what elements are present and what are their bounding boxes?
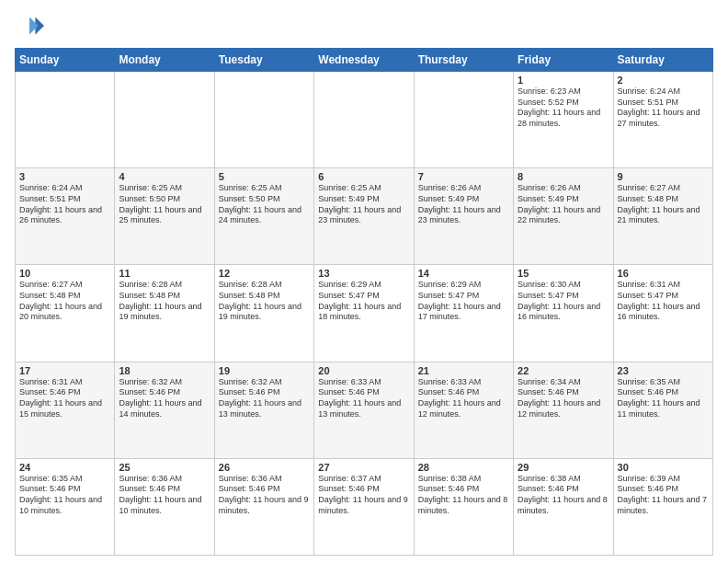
day-info: Sunrise: 6:29 AM Sunset: 5:47 PM Dayligh…: [318, 280, 409, 323]
calendar-header-row: SundayMondayTuesdayWednesdayThursdayFrid…: [16, 49, 713, 72]
calendar-header-tuesday: Tuesday: [214, 49, 313, 72]
calendar-cell: 5Sunrise: 6:25 AM Sunset: 5:50 PM Daylig…: [214, 168, 313, 265]
day-number: 16: [618, 268, 709, 279]
calendar-week-row: 10Sunrise: 6:27 AM Sunset: 5:48 PM Dayli…: [16, 265, 713, 362]
calendar-week-row: 24Sunrise: 6:35 AM Sunset: 5:46 PM Dayli…: [16, 458, 713, 555]
day-info: Sunrise: 6:35 AM Sunset: 5:46 PM Dayligh…: [19, 474, 110, 517]
day-info: Sunrise: 6:26 AM Sunset: 5:49 PM Dayligh…: [418, 183, 509, 226]
calendar-cell: [314, 72, 414, 168]
calendar-header-wednesday: Wednesday: [314, 49, 414, 72]
day-info: Sunrise: 6:33 AM Sunset: 5:46 PM Dayligh…: [418, 377, 509, 420]
day-number: 18: [119, 365, 210, 376]
day-number: 27: [318, 462, 409, 473]
calendar-cell: 27Sunrise: 6:37 AM Sunset: 5:46 PM Dayli…: [314, 458, 414, 555]
day-info: Sunrise: 6:24 AM Sunset: 5:51 PM Dayligh…: [19, 183, 110, 226]
day-number: 12: [219, 268, 310, 279]
calendar-cell: 18Sunrise: 6:32 AM Sunset: 5:46 PM Dayli…: [115, 362, 214, 458]
day-info: Sunrise: 6:24 AM Sunset: 5:51 PM Dayligh…: [618, 86, 709, 130]
calendar-cell: [115, 72, 214, 168]
day-number: 8: [518, 171, 609, 182]
day-number: 28: [418, 462, 509, 473]
calendar-cell: [214, 72, 313, 168]
calendar-cell: 10Sunrise: 6:27 AM Sunset: 5:48 PM Dayli…: [16, 265, 115, 362]
day-number: 24: [19, 462, 110, 473]
day-info: Sunrise: 6:32 AM Sunset: 5:46 PM Dayligh…: [119, 377, 210, 420]
logo-icon: [15, 11, 44, 40]
day-number: 14: [418, 268, 509, 279]
day-info: Sunrise: 6:39 AM Sunset: 5:46 PM Dayligh…: [618, 474, 709, 517]
calendar-cell: 14Sunrise: 6:29 AM Sunset: 5:47 PM Dayli…: [414, 265, 513, 362]
calendar-header-sunday: Sunday: [16, 49, 115, 72]
calendar-cell: 11Sunrise: 6:28 AM Sunset: 5:48 PM Dayli…: [115, 265, 214, 362]
day-number: 20: [318, 365, 409, 376]
day-number: 1: [518, 75, 609, 86]
calendar-cell: 2Sunrise: 6:24 AM Sunset: 5:51 PM Daylig…: [613, 72, 712, 168]
calendar-cell: 13Sunrise: 6:29 AM Sunset: 5:47 PM Dayli…: [314, 265, 414, 362]
day-number: 23: [618, 365, 709, 376]
calendar-cell: 21Sunrise: 6:33 AM Sunset: 5:46 PM Dayli…: [414, 362, 513, 458]
calendar-cell: 15Sunrise: 6:30 AM Sunset: 5:47 PM Dayli…: [514, 265, 613, 362]
calendar-cell: 4Sunrise: 6:25 AM Sunset: 5:50 PM Daylig…: [115, 168, 214, 265]
day-info: Sunrise: 6:26 AM Sunset: 5:49 PM Dayligh…: [518, 183, 609, 226]
calendar-cell: 17Sunrise: 6:31 AM Sunset: 5:46 PM Dayli…: [16, 362, 115, 458]
day-info: Sunrise: 6:33 AM Sunset: 5:46 PM Dayligh…: [318, 377, 409, 420]
day-info: Sunrise: 6:32 AM Sunset: 5:46 PM Dayligh…: [219, 377, 310, 420]
day-number: 4: [119, 171, 210, 182]
calendar-header-monday: Monday: [115, 49, 214, 72]
day-info: Sunrise: 6:25 AM Sunset: 5:49 PM Dayligh…: [318, 183, 409, 226]
day-number: 26: [219, 462, 310, 473]
calendar-cell: 7Sunrise: 6:26 AM Sunset: 5:49 PM Daylig…: [414, 168, 513, 265]
day-info: Sunrise: 6:31 AM Sunset: 5:46 PM Dayligh…: [19, 377, 110, 420]
day-info: Sunrise: 6:34 AM Sunset: 5:46 PM Dayligh…: [518, 377, 609, 420]
day-number: 29: [518, 462, 609, 473]
day-info: Sunrise: 6:31 AM Sunset: 5:47 PM Dayligh…: [618, 280, 709, 323]
calendar-cell: 1Sunrise: 6:23 AM Sunset: 5:52 PM Daylig…: [514, 72, 613, 168]
calendar-header-friday: Friday: [514, 49, 613, 72]
day-info: Sunrise: 6:27 AM Sunset: 5:48 PM Dayligh…: [19, 280, 110, 323]
day-number: 30: [618, 462, 709, 473]
day-info: Sunrise: 6:28 AM Sunset: 5:48 PM Dayligh…: [119, 280, 210, 323]
day-number: 5: [219, 171, 310, 182]
calendar-cell: [16, 72, 115, 168]
day-info: Sunrise: 6:38 AM Sunset: 5:46 PM Dayligh…: [418, 474, 509, 517]
calendar-cell: [414, 72, 513, 168]
day-number: 19: [219, 365, 310, 376]
calendar-cell: 29Sunrise: 6:38 AM Sunset: 5:46 PM Dayli…: [514, 458, 613, 555]
day-number: 3: [19, 171, 110, 182]
day-number: 22: [518, 365, 609, 376]
day-number: 2: [618, 75, 709, 86]
day-number: 10: [19, 268, 110, 279]
day-info: Sunrise: 6:29 AM Sunset: 5:47 PM Dayligh…: [418, 280, 509, 323]
day-number: 6: [318, 171, 409, 182]
calendar-week-row: 17Sunrise: 6:31 AM Sunset: 5:46 PM Dayli…: [16, 362, 713, 458]
day-info: Sunrise: 6:28 AM Sunset: 5:48 PM Dayligh…: [219, 280, 310, 323]
page: SundayMondayTuesdayWednesdayThursdayFrid…: [0, 0, 728, 563]
calendar-week-row: 3Sunrise: 6:24 AM Sunset: 5:51 PM Daylig…: [16, 168, 713, 265]
calendar-table: SundayMondayTuesdayWednesdayThursdayFrid…: [15, 48, 713, 556]
day-info: Sunrise: 6:35 AM Sunset: 5:46 PM Dayligh…: [618, 377, 709, 420]
day-number: 25: [119, 462, 210, 473]
day-number: 9: [618, 171, 709, 182]
day-info: Sunrise: 6:38 AM Sunset: 5:46 PM Dayligh…: [518, 474, 609, 517]
calendar-cell: 6Sunrise: 6:25 AM Sunset: 5:49 PM Daylig…: [314, 168, 414, 265]
day-info: Sunrise: 6:36 AM Sunset: 5:46 PM Dayligh…: [119, 474, 210, 517]
calendar-cell: 25Sunrise: 6:36 AM Sunset: 5:46 PM Dayli…: [115, 458, 214, 555]
day-info: Sunrise: 6:25 AM Sunset: 5:50 PM Dayligh…: [219, 183, 310, 226]
day-info: Sunrise: 6:23 AM Sunset: 5:52 PM Dayligh…: [518, 86, 609, 130]
calendar-cell: 28Sunrise: 6:38 AM Sunset: 5:46 PM Dayli…: [414, 458, 513, 555]
day-number: 7: [418, 171, 509, 182]
day-info: Sunrise: 6:36 AM Sunset: 5:46 PM Dayligh…: [219, 474, 310, 517]
day-info: Sunrise: 6:27 AM Sunset: 5:48 PM Dayligh…: [618, 183, 709, 226]
calendar-cell: 12Sunrise: 6:28 AM Sunset: 5:48 PM Dayli…: [214, 265, 313, 362]
day-number: 13: [318, 268, 409, 279]
day-info: Sunrise: 6:25 AM Sunset: 5:50 PM Dayligh…: [119, 183, 210, 226]
day-number: 11: [119, 268, 210, 279]
calendar-cell: 23Sunrise: 6:35 AM Sunset: 5:46 PM Dayli…: [613, 362, 712, 458]
day-info: Sunrise: 6:37 AM Sunset: 5:46 PM Dayligh…: [318, 474, 409, 517]
day-number: 17: [19, 365, 110, 376]
calendar-header-saturday: Saturday: [613, 49, 712, 72]
header: [15, 11, 713, 40]
calendar-cell: 20Sunrise: 6:33 AM Sunset: 5:46 PM Dayli…: [314, 362, 414, 458]
calendar-cell: 30Sunrise: 6:39 AM Sunset: 5:46 PM Dayli…: [613, 458, 712, 555]
calendar-week-row: 1Sunrise: 6:23 AM Sunset: 5:52 PM Daylig…: [16, 72, 713, 168]
